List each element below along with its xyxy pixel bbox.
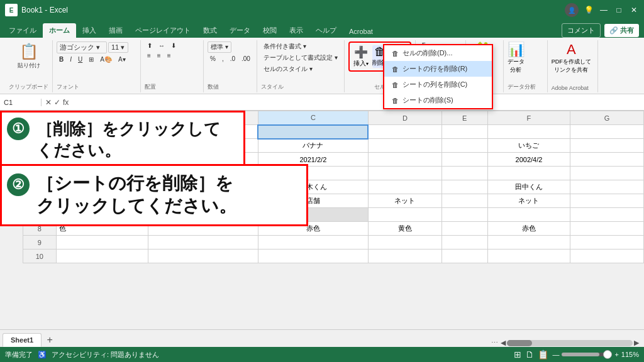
tab-acrobat[interactable]: Acrobat <box>343 25 379 38</box>
tab-home[interactable]: ホーム <box>43 23 76 38</box>
cell-d4[interactable] <box>368 167 441 180</box>
tab-insert[interactable]: 挿入 <box>76 23 103 38</box>
tab-data[interactable]: データ <box>223 23 257 38</box>
cell-e9[interactable] <box>441 236 487 250</box>
cell-f1[interactable] <box>487 125 570 139</box>
tab-file[interactable]: ファイル <box>3 23 43 38</box>
sheet-tab-sheet1[interactable]: Sheet1 <box>3 333 42 347</box>
cell-f2[interactable]: いちご <box>487 139 570 153</box>
tab-page-layout[interactable]: ページレイアウト <box>129 23 197 38</box>
cell-g7[interactable] <box>570 208 644 222</box>
cell-a9[interactable] <box>56 236 148 250</box>
align-center-button[interactable]: ≡ <box>155 52 164 60</box>
cell-g3[interactable] <box>570 153 644 167</box>
align-middle-button[interactable]: ↔ <box>156 41 167 50</box>
cell-c1[interactable] <box>258 125 368 139</box>
conditional-format-button[interactable]: 条件付き書式 ▾ <box>261 41 309 52</box>
col-header-d[interactable]: D <box>368 111 441 125</box>
tab-formulas[interactable]: 数式 <box>197 23 223 38</box>
align-bottom-button[interactable]: ⬇ <box>169 41 179 50</box>
col-header-e[interactable]: E <box>441 111 487 125</box>
cell-f4[interactable] <box>487 167 570 180</box>
cell-e8[interactable] <box>441 222 487 236</box>
tab-help[interactable]: ヘルプ <box>309 23 343 38</box>
cell-f6[interactable]: ネット <box>487 194 570 208</box>
cell-d3[interactable] <box>368 153 441 167</box>
comment-button[interactable]: コメント <box>562 23 601 38</box>
cell-g10[interactable] <box>570 250 644 263</box>
bold-button[interactable]: B <box>57 55 66 63</box>
cell-f10[interactable] <box>487 250 570 263</box>
cell-d10[interactable] <box>368 250 441 263</box>
cell-e6[interactable] <box>441 194 487 208</box>
cell-e4[interactable] <box>441 167 487 180</box>
function-wizard-icon[interactable]: ✕ <box>45 98 52 107</box>
cell-f5[interactable]: 田中くん <box>487 180 570 194</box>
cell-e2[interactable] <box>441 139 487 153</box>
page-layout-view-button[interactable]: 🗋 <box>525 349 534 359</box>
zoom-out-icon[interactable]: — <box>552 351 559 358</box>
cell-b9[interactable] <box>148 236 258 250</box>
share-button[interactable]: 🔗 共有 <box>604 24 639 37</box>
align-left-button[interactable]: ≡ <box>145 52 153 60</box>
tab-view[interactable]: 表示 <box>283 23 309 38</box>
user-avatar[interactable]: 👤 <box>565 3 579 17</box>
cell-g1[interactable] <box>570 125 644 139</box>
insert-button[interactable]: ➕ 挿入▾ <box>353 45 369 68</box>
cell-d2[interactable] <box>368 139 441 153</box>
italic-button[interactable]: I <box>67 55 74 63</box>
table-format-button[interactable]: テーブルとして書式設定 ▾ <box>261 53 340 63</box>
cell-g4[interactable] <box>570 167 644 180</box>
delete-column-option[interactable]: 🗑 シートの列を削除(C) <box>384 77 492 92</box>
align-right-button[interactable]: ≡ <box>165 52 174 60</box>
data-analysis-button[interactable]: 📊 データ分析 <box>508 41 525 74</box>
cell-d8[interactable]: 黄色 <box>368 222 441 236</box>
cell-e5[interactable] <box>441 180 487 194</box>
add-sheet-button[interactable]: + <box>43 333 57 347</box>
cell-reference-box[interactable]: C1 <box>4 99 42 106</box>
cell-c2[interactable]: バナナ <box>258 139 368 153</box>
restore-button[interactable]: □ <box>614 5 624 15</box>
cell-f9[interactable] <box>487 236 570 250</box>
fill-color-button[interactable]: A🎨 <box>97 55 114 63</box>
scroll-right-icon[interactable]: ▶ <box>634 339 639 347</box>
cell-d9[interactable] <box>368 236 441 250</box>
cell-b10[interactable] <box>148 250 258 263</box>
delete-cell-option[interactable]: 🗑 セルの削除(D)... <box>384 45 492 61</box>
decrease-decimal-button[interactable]: .00 <box>239 55 253 63</box>
tab-draw[interactable]: 描画 <box>103 23 129 38</box>
percent-button[interactable]: % <box>208 55 218 63</box>
cell-e1[interactable] <box>441 125 487 139</box>
cell-d5[interactable] <box>368 180 441 194</box>
close-button[interactable]: ✕ <box>629 5 639 15</box>
underline-button[interactable]: U <box>75 55 85 63</box>
cell-c10[interactable] <box>258 250 368 263</box>
comma-button[interactable]: , <box>219 55 226 63</box>
delete-sheet-option[interactable]: 🗑 シートの削除(S) <box>384 92 492 108</box>
cell-g8[interactable] <box>570 222 644 236</box>
acrobat-button[interactable]: A PDFを作成してリンクを共有 <box>552 41 591 74</box>
normal-view-button[interactable]: ⊞ <box>514 349 521 359</box>
border-button[interactable]: ⊞ <box>86 55 96 63</box>
paste-button[interactable]: 📋 貼り付け <box>14 41 44 71</box>
col-header-g[interactable]: G <box>570 111 644 125</box>
lightbulb-icon[interactable]: 💡 <box>584 5 594 15</box>
cell-a10[interactable] <box>56 250 148 263</box>
font-size-selector[interactable]: 11 ▾ <box>108 42 128 53</box>
delete-row-option[interactable]: 🗑 シートの行を削除(R) <box>384 61 492 77</box>
cell-d6[interactable]: ネット <box>368 194 441 208</box>
cell-e7[interactable] <box>441 208 487 222</box>
font-selector[interactable]: 游ゴシック ▾ <box>57 41 107 53</box>
cell-c9[interactable] <box>258 236 368 250</box>
minimize-button[interactable]: — <box>599 5 609 15</box>
formula-fx-icon[interactable]: fx <box>63 98 69 107</box>
cell-g5[interactable] <box>570 180 644 194</box>
cell-f8[interactable]: 赤色 <box>487 222 570 236</box>
number-format-selector[interactable]: 標準 ▾ <box>208 41 231 53</box>
zoom-in-icon[interactable]: + <box>614 351 618 358</box>
cell-d7[interactable] <box>368 208 441 222</box>
cell-g2[interactable] <box>570 139 644 153</box>
cell-styles-button[interactable]: セルのスタイル ▾ <box>261 64 315 74</box>
cell-g6[interactable] <box>570 194 644 208</box>
increase-decimal-button[interactable]: .0 <box>228 55 238 63</box>
